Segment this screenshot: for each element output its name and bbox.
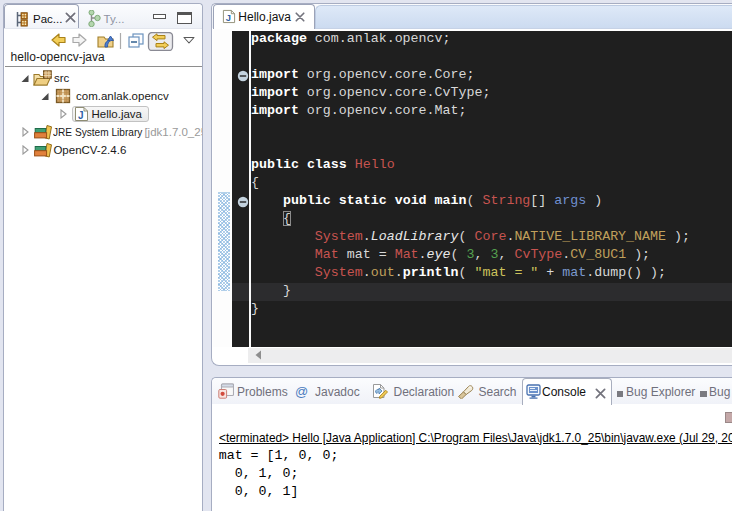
svg-text:J: J xyxy=(78,110,84,121)
svg-text:J: J xyxy=(226,13,231,23)
